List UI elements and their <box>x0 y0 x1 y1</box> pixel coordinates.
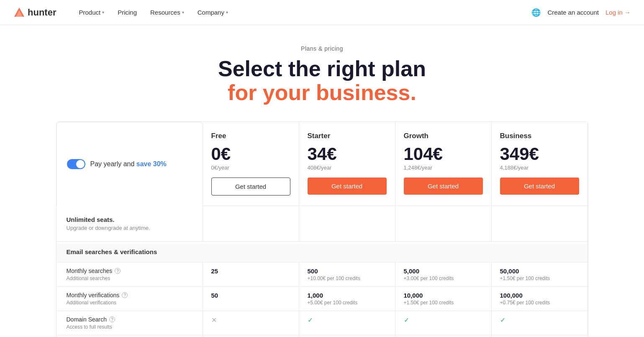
nav-pricing[interactable]: Pricing <box>112 5 143 19</box>
csv-exports-starter: ✓ <box>299 335 395 337</box>
plan-header-growth: Growth 104€ 1,248€/year Get started <box>395 122 492 206</box>
domain-search-starter: ✓ <box>299 311 395 335</box>
monthly-searches-growth: 5,000 +3.00€ per 100 credits <box>395 262 492 287</box>
feature-name-monthly-searches: Monthly searches ? <box>67 268 192 274</box>
plan-yearly-business: 4,188€/year <box>500 165 579 171</box>
feature-name-monthly-verifications: Monthly verifications ? <box>67 292 192 298</box>
hero-section: Plans & pricing Select the right plan fo… <box>0 25 644 121</box>
plan-name-starter: Starter <box>308 132 387 140</box>
plan-name-business: Business <box>500 132 579 140</box>
globe-icon[interactable]: 🌐 <box>531 8 541 17</box>
feature-name-domain-search: Domain Search ? <box>67 316 192 323</box>
cross-icon: ✕ <box>211 316 217 324</box>
nav-right: 🌐 Create an account Log in → <box>531 8 631 17</box>
plan-price-starter: 34€ <box>308 145 387 163</box>
hunter-logo-icon <box>13 7 25 18</box>
csv-exports-growth: ✓ <box>395 335 492 337</box>
monthly-verifications-business: 100,000 +0.75€ per 100 credits <box>492 287 588 311</box>
seats-title: Unlimited seats. <box>67 216 192 223</box>
chevron-down-icon: ▾ <box>182 10 184 15</box>
seats-cell: Unlimited seats. Upgrade or downgrade at… <box>56 206 203 242</box>
check-icon: ✓ <box>308 316 313 324</box>
get-started-business-button[interactable]: Get started <box>500 178 579 195</box>
plan-header-business: Business 349€ 4,188€/year Get started <box>492 122 588 206</box>
plan-name-growth: Growth <box>404 132 483 140</box>
plan-price-free: 0€ <box>211 145 290 163</box>
get-started-free-button[interactable]: Get started <box>211 178 290 196</box>
nav-resources[interactable]: Resources ▾ <box>144 5 190 19</box>
seats-subtitle: Upgrade or downgrade at anytime. <box>67 225 192 231</box>
feature-domain-search: Domain Search ? Access to full results <box>56 311 203 335</box>
hero-title-line1: Select the right plan <box>218 57 426 81</box>
logo-text: hunter <box>28 7 56 18</box>
nav-links: Product ▾ Pricing Resources ▾ Company ▾ <box>73 5 531 19</box>
domain-search-free: ✕ <box>203 311 299 335</box>
feature-monthly-verifications: Monthly verifications ? Additional verif… <box>56 287 203 311</box>
monthly-searches-free: 25 <box>203 262 299 287</box>
feature-sub-monthly-searches: Additional searches <box>67 275 192 281</box>
info-icon-monthly-searches[interactable]: ? <box>115 268 121 274</box>
chevron-down-icon: ▾ <box>102 10 104 15</box>
yearly-toggle[interactable] <box>67 159 85 169</box>
monthly-verifications-free: 50 <box>203 287 299 311</box>
plan-name-free: Free <box>211 132 290 140</box>
plan-price-growth: 104€ <box>404 145 483 163</box>
hero-title-line2: for your business. <box>228 80 416 105</box>
nav-product[interactable]: Product ▾ <box>73 5 110 19</box>
plan-yearly-growth: 1,248€/year <box>404 165 483 171</box>
chevron-down-icon: ▾ <box>226 10 228 15</box>
toggle-wrapper: Pay yearly and save 30% <box>67 159 167 169</box>
get-started-starter-button[interactable]: Get started <box>308 178 387 195</box>
csv-exports-free: ✕ <box>203 335 299 337</box>
create-account-link[interactable]: Create an account <box>547 9 599 16</box>
seats-empty-business <box>492 206 588 242</box>
get-started-growth-button[interactable]: Get started <box>404 178 483 195</box>
toggle-row: Pay yearly and save 30% <box>56 122 203 206</box>
save-badge: save 30% <box>136 160 167 167</box>
domain-search-growth: ✓ <box>395 311 492 335</box>
info-icon-domain-search[interactable]: ? <box>109 316 115 322</box>
section-email-searches: Email searches & verifications <box>56 242 588 262</box>
toggle-text: Pay yearly and save 30% <box>90 160 167 168</box>
monthly-searches-business: 50,000 +1.50€ per 100 credits <box>492 262 588 287</box>
check-icon: ✓ <box>500 316 505 324</box>
plans-table: Pay yearly and save 30% Free 0€ 0€/year … <box>56 121 588 337</box>
plan-yearly-free: 0€/year <box>211 165 290 171</box>
feature-sub-domain-search: Access to full results <box>67 324 192 330</box>
monthly-verifications-starter: 1,000 +5.00€ per 100 credits <box>299 287 395 311</box>
nav-company[interactable]: Company ▾ <box>192 5 234 19</box>
plan-yearly-starter: 408€/year <box>308 165 387 171</box>
navigation: hunter Product ▾ Pricing Resources ▾ Com… <box>0 0 644 25</box>
info-icon-monthly-verifications[interactable]: ? <box>122 292 128 298</box>
login-link[interactable]: Log in → <box>606 9 631 16</box>
plan-price-business: 349€ <box>500 145 579 163</box>
feature-csv-exports: CSV exports ? <box>56 335 203 337</box>
feature-sub-monthly-verifications: Additional verifications <box>67 300 192 306</box>
plan-header-free: Free 0€ 0€/year Get started <box>203 122 299 206</box>
seats-empty-free <box>203 206 299 242</box>
plan-header-starter: Starter 34€ 408€/year Get started <box>299 122 395 206</box>
seats-empty-starter <box>299 206 395 242</box>
seats-empty-growth <box>395 206 492 242</box>
toggle-knob <box>76 160 85 168</box>
domain-search-business: ✓ <box>492 311 588 335</box>
monthly-searches-starter: 500 +10.00€ per 100 credits <box>299 262 395 287</box>
hero-subtitle: Plans & pricing <box>8 45 636 52</box>
logo[interactable]: hunter <box>13 7 56 18</box>
check-icon: ✓ <box>404 316 409 324</box>
csv-exports-business: ✓ <box>492 335 588 337</box>
pricing-section: Pay yearly and save 30% Free 0€ 0€/year … <box>46 121 598 337</box>
monthly-verifications-growth: 10,000 +1.50€ per 100 credits <box>395 287 492 311</box>
hero-title: Select the right plan for your business. <box>8 57 636 105</box>
feature-monthly-searches: Monthly searches ? Additional searches <box>56 262 203 287</box>
